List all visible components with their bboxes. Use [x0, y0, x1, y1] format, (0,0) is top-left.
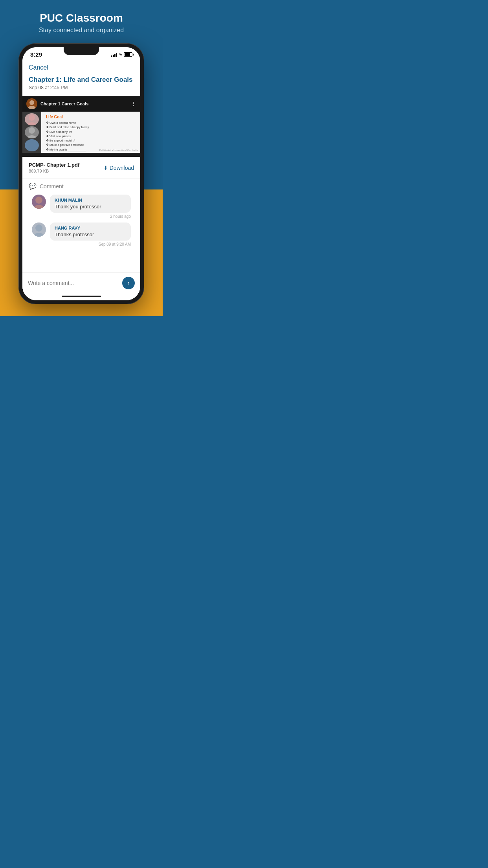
download-button[interactable]: ⬇ Download — [103, 165, 134, 171]
spacer — [22, 249, 140, 272]
send-button[interactable]: ↑ — [122, 277, 135, 289]
video-host-avatar — [26, 98, 37, 109]
slide-item-6: ❖ Make a positive difference — [46, 143, 136, 147]
svg-point-5 — [27, 135, 37, 139]
slide-item-1: ❖ Own a decent home — [46, 121, 136, 125]
svg-point-4 — [29, 127, 35, 134]
comment-label: Comment — [40, 183, 64, 189]
download-icon: ⬇ — [103, 165, 108, 171]
slide-item-4: ❖ Visit new places — [46, 134, 136, 138]
comment-bubble-malin: KHUN MALIN Thank you professor — [50, 195, 131, 213]
comment-input-area[interactable]: ↑ — [22, 272, 140, 293]
comment-item-ravy: HANG RAVY Thanks professor Sep 09 at 9:2… — [32, 223, 131, 246]
video-slide: Life Goal ❖ Own a decent home ❖ Build an… — [41, 112, 140, 153]
comment-name-ravy: HANG RAVY — [55, 226, 126, 230]
file-info: PCMP- Chapter 1.pdf 869.79 KB — [29, 162, 79, 173]
battery-fill — [125, 53, 130, 56]
video-control-icons: 🔊 ⬜ ⤢ — [120, 157, 137, 157]
home-indicator — [22, 293, 140, 300]
signal-bar-3 — [114, 54, 116, 57]
participant-1-avatar — [25, 113, 39, 125]
comment-name-malin: KHUN MALIN — [55, 198, 126, 202]
comment-time-malin: 2 hours ago — [50, 214, 131, 219]
comment-text-malin: Thank you professor — [55, 204, 126, 210]
svg-point-3 — [27, 122, 37, 126]
slide-item-2: ❖ Build and raise a happy family — [46, 125, 136, 129]
volume-icon[interactable]: 🔊 — [120, 157, 125, 157]
svg-point-11 — [34, 233, 44, 237]
app-title: PUC Classroom — [40, 12, 123, 24]
video-content-area: Life Goal ❖ Own a decent home ❖ Build an… — [22, 112, 140, 153]
video-options-icon[interactable]: ⋮ — [131, 101, 136, 107]
comment-avatar-malin — [32, 195, 46, 209]
app-content: Cancel Chapter 1: Life and Career Goals … — [22, 60, 140, 300]
slide-item-3: ❖ Live a healthy life — [46, 130, 136, 134]
download-label: Download — [110, 165, 134, 171]
svg-point-7 — [27, 148, 37, 152]
send-icon: ↑ — [127, 280, 130, 286]
comment-avatar-ravy — [32, 223, 46, 237]
comment-input[interactable] — [28, 280, 119, 286]
signal-bars-icon — [111, 52, 117, 57]
status-icons: ∿ — [111, 52, 132, 57]
comment-item-malin: KHUN MALIN Thank you professor 2 hours a… — [32, 195, 131, 219]
app-subtitle: Stay connected and organized — [39, 27, 124, 34]
video-title: Chapter 1 Career Goals — [40, 101, 128, 106]
phone-frame: 3:29 ∿ Cance — [18, 43, 144, 304]
home-bar — [62, 296, 101, 297]
comment-section: 💬 Comment — [22, 178, 140, 249]
video-controls[interactable]: ▶ 0:13:06 -0:59:41 🔊 ⬜ ⤢ — [22, 153, 140, 157]
participant-3-avatar — [25, 139, 39, 151]
file-attachment: PCMP- Chapter 1.pdf 869.79 KB ⬇ Download — [22, 157, 140, 178]
video-player[interactable]: Chapter 1 Career Goals ⋮ — [22, 96, 140, 157]
comment-time-ravy: Sep 09 at 9:20 AM — [50, 242, 131, 246]
battery-icon — [124, 52, 132, 57]
file-size: 869.79 KB — [29, 169, 79, 173]
signal-bar-2 — [113, 55, 114, 57]
play-button[interactable]: ▶ — [26, 156, 30, 157]
svg-point-2 — [29, 114, 35, 121]
wifi-icon: ∿ — [119, 52, 122, 57]
slide-footer: PañNāsāstra University of Cambodia — [99, 149, 138, 151]
file-name: PCMP- Chapter 1.pdf — [29, 162, 79, 168]
slide-item-5: ❖ Be a good model ↗ — [46, 138, 136, 143]
background-container: PUC Classroom Stay connected and organiz… — [0, 0, 163, 316]
status-time: 3:29 — [30, 51, 42, 58]
svg-point-9 — [34, 205, 44, 209]
phone-inner: 3:29 ∿ Cance — [22, 47, 140, 300]
signal-bar-1 — [111, 55, 112, 57]
svg-point-10 — [35, 224, 42, 232]
comment-icon: 💬 — [29, 182, 37, 190]
cast-icon[interactable]: ⬜ — [127, 157, 132, 157]
svg-point-1 — [28, 106, 36, 109]
comments-list: KHUN MALIN Thank you professor 2 hours a… — [29, 195, 134, 246]
fullscreen-icon[interactable]: ⤢ — [134, 157, 137, 157]
video-header: Chapter 1 Career Goals ⋮ — [22, 96, 140, 112]
cancel-button[interactable]: Cancel — [29, 64, 48, 71]
video-participants — [22, 112, 41, 153]
comment-text-ravy: Thanks professor — [55, 232, 126, 237]
post-title: Chapter 1: Life and Career Goals — [29, 76, 134, 84]
slide-title: Life Goal — [46, 115, 136, 119]
notch — [64, 47, 99, 55]
participant-2-avatar — [25, 126, 39, 138]
svg-point-0 — [29, 100, 34, 105]
post-header: Chapter 1: Life and Career Goals Sep 08 … — [22, 74, 140, 96]
comment-header: 💬 Comment — [29, 182, 134, 190]
svg-point-6 — [29, 140, 35, 147]
post-date: Sep 08 at 2:45 PM — [29, 85, 134, 90]
signal-bar-4 — [116, 53, 117, 57]
status-bar: 3:29 ∿ — [22, 47, 140, 60]
nav-bar: Cancel — [22, 60, 140, 74]
comment-bubble-ravy: HANG RAVY Thanks professor — [50, 223, 131, 241]
svg-point-8 — [35, 197, 42, 204]
